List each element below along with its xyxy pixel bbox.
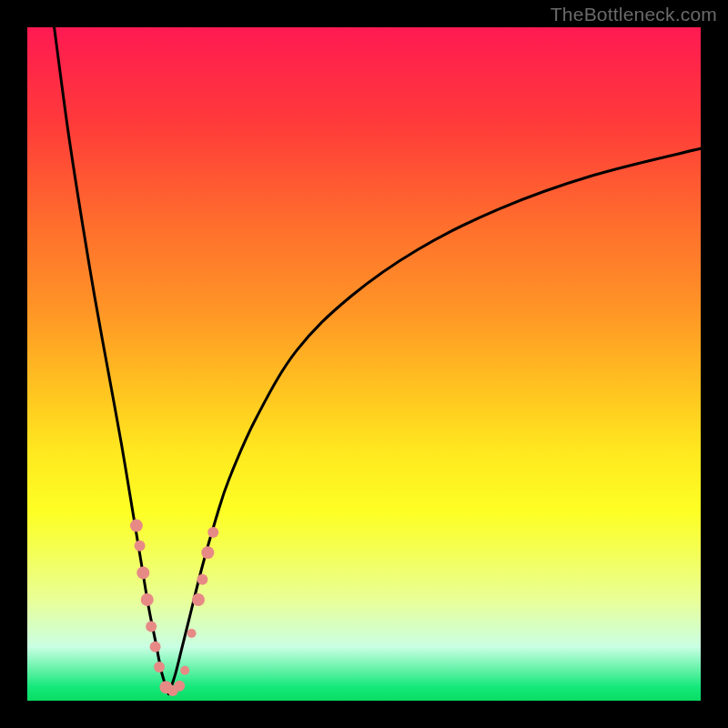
left-branch-path [55,27,169,694]
data-marker [146,622,157,632]
data-marker [197,574,207,585]
curve-svg [27,27,701,701]
data-marker [180,666,189,675]
plot-area [27,27,701,701]
data-marker [187,629,197,638]
data-marker [192,593,205,606]
data-marker [130,520,143,532]
chart-frame: TheBottleneck.com [0,0,728,728]
right-branch-path [168,148,701,693]
data-marker [141,593,154,606]
data-marker [136,566,149,579]
marker-group [130,520,218,696]
data-marker [154,662,165,672]
data-marker [150,642,161,652]
data-marker [174,681,185,692]
data-marker [207,527,218,538]
attribution-label: TheBottleneck.com [551,4,717,25]
data-marker [201,546,214,559]
data-marker [135,541,146,551]
